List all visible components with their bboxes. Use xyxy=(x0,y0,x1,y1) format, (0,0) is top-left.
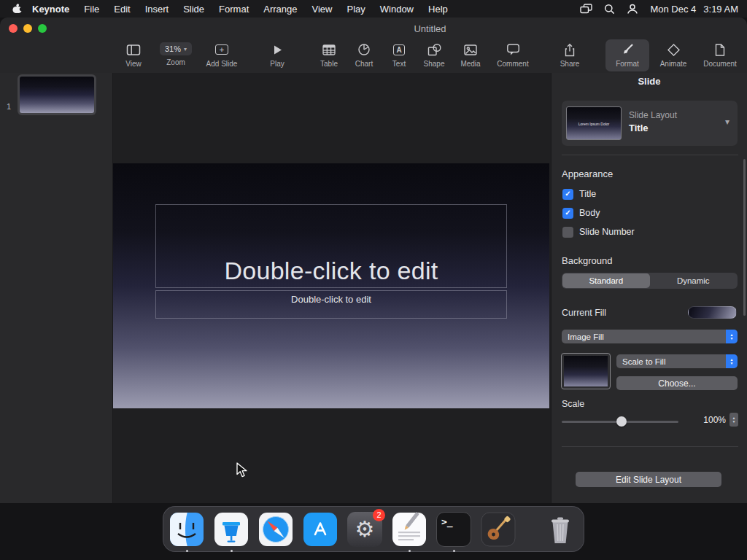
menu-help[interactable]: Help xyxy=(421,4,455,15)
search-icon[interactable] xyxy=(604,4,615,15)
share-label: Share xyxy=(560,60,580,68)
dock-textedit[interactable] xyxy=(392,512,427,547)
media-icon xyxy=(463,42,478,57)
dock-garageband[interactable] xyxy=(481,512,516,547)
shape-icon xyxy=(427,42,441,57)
dock-settings[interactable]: ⚙ 2 xyxy=(347,512,382,547)
view-label: View xyxy=(125,60,142,68)
divider xyxy=(562,155,738,155)
menu-insert[interactable]: Insert xyxy=(138,4,177,15)
slide[interactable]: Double-click to edit Double-click to edi… xyxy=(113,163,549,408)
keynote-window: Untitled View 31% ▾ Zoom xyxy=(0,18,747,503)
menu-format[interactable]: Format xyxy=(212,4,256,15)
safari-icon xyxy=(258,512,293,547)
title-checkbox[interactable]: ✓ xyxy=(562,189,573,200)
slide-layout-selector[interactable]: Lorem Ipsum Dolor Slide Layout Title ▾ xyxy=(562,101,738,146)
dock-finder[interactable] xyxy=(169,512,204,547)
slide-navigator: 1 xyxy=(0,73,113,503)
comment-icon xyxy=(506,42,520,57)
media-label: Media xyxy=(460,60,480,68)
background-image-preview xyxy=(564,356,608,386)
choose-image-button[interactable]: Choose... xyxy=(616,376,738,390)
menu-file[interactable]: File xyxy=(77,4,107,15)
user-icon[interactable] xyxy=(627,4,638,15)
add-slide-button[interactable]: + Add Slide xyxy=(201,39,242,71)
chevron-down-icon: ▾ xyxy=(184,46,187,52)
app-store-icon xyxy=(303,512,338,547)
dock-app-store[interactable] xyxy=(303,512,338,547)
slide-number-checkbox-row[interactable]: ✓ Slide Number xyxy=(562,225,635,238)
slider-knob[interactable] xyxy=(616,416,627,427)
menu-view[interactable]: View xyxy=(305,4,340,15)
inspector-header: Slide xyxy=(551,76,747,87)
share-button[interactable]: Share xyxy=(549,39,590,71)
stepper-down-icon: ▼ xyxy=(732,420,736,424)
title-checkbox-row[interactable]: ✓ Title xyxy=(562,187,596,201)
menu-window[interactable]: Window xyxy=(373,4,421,15)
animate-button[interactable]: Animate xyxy=(653,39,694,71)
dock-trash[interactable] xyxy=(543,512,578,547)
format-inspector: Slide Lorem Ipsum Dolor Slide Layout Tit… xyxy=(551,73,747,503)
chart-icon xyxy=(357,42,371,57)
current-fill-swatch[interactable] xyxy=(688,306,737,319)
textedit-icon xyxy=(392,512,427,547)
scale-stepper[interactable]: ▲ ▼ xyxy=(729,413,738,427)
play-button[interactable]: Play xyxy=(257,39,298,71)
segment-dynamic[interactable]: Dynamic xyxy=(650,273,738,288)
menu-play[interactable]: Play xyxy=(339,4,372,15)
slide-number-checkbox[interactable]: ✓ xyxy=(562,227,573,238)
body-checkbox-row[interactable]: ✓ Body xyxy=(562,206,600,219)
zoom-value: 31% xyxy=(165,44,181,53)
scale-mode-popup[interactable]: Scale to Fill ▲▼ xyxy=(616,354,738,368)
body-checkbox[interactable]: ✓ xyxy=(562,208,573,219)
dock-safari[interactable] xyxy=(258,512,293,547)
layout-preview-title: Lorem Ipsum Dolor xyxy=(578,122,610,126)
minimize-button[interactable] xyxy=(23,24,32,33)
slide-title-placeholder[interactable]: Double-click to edit xyxy=(155,204,507,288)
dock-terminal[interactable]: >_ xyxy=(436,512,471,547)
inspector-scrollbar[interactable] xyxy=(743,159,746,316)
close-button[interactable] xyxy=(9,24,18,33)
menu-bar: Keynote File Edit Insert Slide Format Ar… xyxy=(0,0,747,18)
divider xyxy=(562,446,738,447)
current-fill-label: Current Fill xyxy=(562,308,606,318)
menu-app-name[interactable]: Keynote xyxy=(25,4,77,15)
menu-slide[interactable]: Slide xyxy=(176,4,212,15)
slide-canvas[interactable]: Double-click to edit Double-click to edi… xyxy=(113,73,551,503)
table-label: Table xyxy=(320,60,338,68)
apple-menu[interactable] xyxy=(9,3,25,15)
document-button[interactable]: Document xyxy=(700,39,740,71)
view-button[interactable]: View xyxy=(113,39,154,71)
menu-edit[interactable]: Edit xyxy=(107,4,137,15)
dock-keynote[interactable] xyxy=(214,512,249,547)
chevron-down-icon: ▾ xyxy=(725,117,729,127)
add-slide-label: Add Slide xyxy=(206,60,238,68)
running-indicator xyxy=(409,550,411,552)
background-heading: Background xyxy=(562,255,612,266)
view-icon xyxy=(126,42,141,57)
shape-button[interactable]: Shape xyxy=(414,39,454,71)
scale-slider[interactable] xyxy=(562,416,678,427)
zoom-window-button[interactable] xyxy=(38,24,47,33)
animate-label: Animate xyxy=(660,60,687,68)
zoom-button[interactable]: 31% ▾ Zoom xyxy=(155,39,197,71)
stacked-windows-icon[interactable] xyxy=(580,4,592,14)
zoom-control[interactable]: 31% ▾ xyxy=(160,42,192,55)
menubar-clock[interactable]: Mon Dec 4 3:19 AM xyxy=(650,4,738,15)
popup-stepper-icon: ▲▼ xyxy=(726,354,738,368)
background-image-well[interactable] xyxy=(561,353,611,389)
play-icon xyxy=(271,42,283,57)
keynote-icon xyxy=(214,512,249,547)
edit-slide-layout-button[interactable]: Edit Slide Layout xyxy=(576,472,721,487)
slide-thumbnail[interactable] xyxy=(18,74,96,115)
menu-arrange[interactable]: Arrange xyxy=(256,4,304,15)
slide-body-placeholder[interactable]: Double-click to edit xyxy=(155,290,507,319)
segment-standard[interactable]: Standard xyxy=(562,273,650,288)
title-bar: Untitled xyxy=(0,18,747,38)
format-button[interactable]: Format xyxy=(605,39,649,71)
fill-type-popup[interactable]: Image Fill ▲▼ xyxy=(562,330,738,343)
slide-thumbnail-preview xyxy=(20,77,94,113)
appearance-heading: Appearance xyxy=(562,168,613,179)
comment-button[interactable]: Comment xyxy=(492,39,533,71)
media-button[interactable]: Media xyxy=(450,39,491,71)
